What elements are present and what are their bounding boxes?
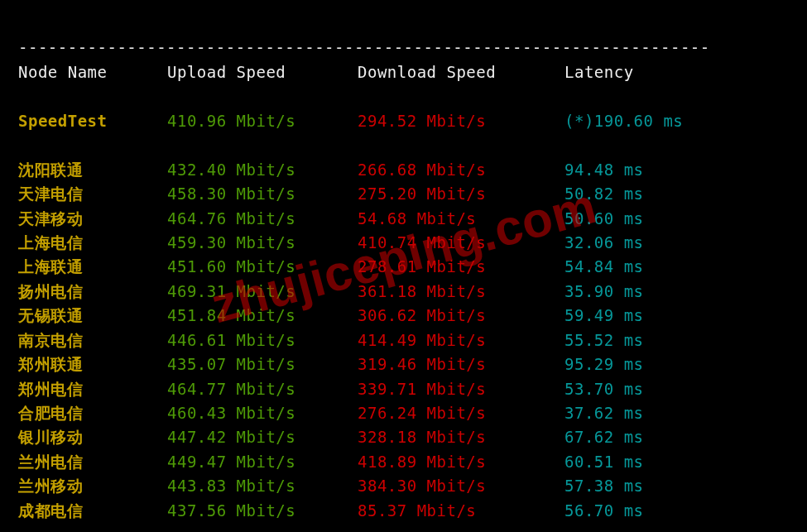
upload-speed: 464.77 Mbit/s	[167, 377, 358, 401]
latency-value: 54.84 ms	[564, 255, 644, 279]
upload-speed: 469.31 Mbit/s	[167, 280, 358, 304]
table-row: 沈阳联通432.40 Mbit/s266.68 Mbit/s94.48 ms	[18, 158, 789, 182]
header-latency: Latency	[564, 60, 634, 84]
node-name: 上海联通	[18, 255, 167, 279]
node-name: 银川移动	[18, 425, 167, 449]
download-speed: 278.61 Mbit/s	[358, 255, 564, 279]
node-rows: 沈阳联通432.40 Mbit/s266.68 Mbit/s94.48 ms天津…	[18, 158, 789, 524]
table-row: 天津电信458.30 Mbit/s275.20 Mbit/s50.82 ms	[18, 182, 789, 206]
terminal-output: ----------------------------------------…	[0, 0, 807, 532]
table-row: 郑州电信464.77 Mbit/s339.71 Mbit/s53.70 ms	[18, 377, 789, 401]
table-row: 兰州移动443.83 Mbit/s384.30 Mbit/s57.38 ms	[18, 474, 789, 498]
upload-speed: 435.07 Mbit/s	[167, 352, 358, 376]
table-row: 上海电信459.30 Mbit/s410.74 Mbit/s32.06 ms	[18, 231, 789, 255]
download-speed: 85.37 Mbit/s	[358, 499, 564, 523]
table-row: 扬州电信469.31 Mbit/s361.18 Mbit/s35.90 ms	[18, 280, 789, 304]
latency-value: 56.70 ms	[564, 499, 644, 523]
table-row: 兰州电信449.47 Mbit/s418.89 Mbit/s60.51 ms	[18, 450, 789, 474]
download-speed: 414.49 Mbit/s	[358, 328, 564, 352]
download-speed: 384.30 Mbit/s	[358, 474, 564, 498]
latency-value: 94.48 ms	[564, 158, 644, 182]
header-upload: Upload Speed	[167, 60, 358, 84]
latency-value: 55.52 ms	[564, 328, 644, 352]
upload-speed: 451.60 Mbit/s	[167, 255, 358, 279]
node-name: 无锡联通	[18, 304, 167, 328]
upload-speed: 437.56 Mbit/s	[167, 499, 358, 523]
divider-top: ----------------------------------------…	[18, 38, 710, 56]
upload-speed: 447.42 Mbit/s	[167, 425, 358, 449]
node-name: 上海电信	[18, 231, 167, 255]
node-name: 兰州移动	[18, 474, 167, 498]
latency-value: 35.90 ms	[564, 280, 644, 304]
download-speed: 275.20 Mbit/s	[358, 182, 564, 206]
node-name: 郑州联通	[18, 352, 167, 376]
latency-value: 50.60 ms	[564, 207, 644, 231]
download-speed: 361.18 Mbit/s	[358, 280, 564, 304]
download-speed: 418.89 Mbit/s	[358, 450, 564, 474]
latency-value: 53.70 ms	[564, 377, 644, 401]
table-row: 无锡联通451.84 Mbit/s306.62 Mbit/s59.49 ms	[18, 304, 789, 328]
table-row: 南京电信446.61 Mbit/s414.49 Mbit/s55.52 ms	[18, 328, 789, 352]
upload-speed: 464.76 Mbit/s	[167, 207, 358, 231]
node-name: 天津移动	[18, 207, 167, 231]
speedtest-row: SpeedTest410.96 Mbit/s294.52 Mbit/s(*)19…	[18, 109, 789, 133]
speedtest-upload: 410.96 Mbit/s	[167, 109, 358, 133]
header-node: Node Name	[18, 60, 167, 84]
upload-speed: 432.40 Mbit/s	[167, 158, 358, 182]
latency-value: 95.29 ms	[564, 352, 644, 376]
latency-value: 60.51 ms	[564, 450, 644, 474]
table-row: 银川移动447.42 Mbit/s328.18 Mbit/s67.62 ms	[18, 425, 789, 449]
upload-speed: 451.84 Mbit/s	[167, 304, 358, 328]
download-speed: 328.18 Mbit/s	[358, 425, 564, 449]
table-row: 合肥电信460.43 Mbit/s276.24 Mbit/s37.62 ms	[18, 401, 789, 425]
header-row: Node NameUpload SpeedDownload SpeedLaten…	[18, 60, 789, 84]
latency-value: 50.82 ms	[564, 182, 644, 206]
node-name: 郑州电信	[18, 377, 167, 401]
upload-speed: 449.47 Mbit/s	[167, 450, 358, 474]
table-row: 天津移动464.76 Mbit/s54.68 Mbit/s50.60 ms	[18, 207, 789, 231]
latency-value: 57.38 ms	[564, 474, 644, 498]
speedtest-name: SpeedTest	[18, 109, 167, 133]
upload-speed: 459.30 Mbit/s	[167, 231, 358, 255]
download-speed: 306.62 Mbit/s	[358, 304, 564, 328]
download-speed: 276.24 Mbit/s	[358, 401, 564, 425]
download-speed: 54.68 Mbit/s	[358, 207, 564, 231]
download-speed: 266.68 Mbit/s	[358, 158, 564, 182]
node-name: 南京电信	[18, 328, 167, 352]
speedtest-download: 294.52 Mbit/s	[358, 109, 564, 133]
node-name: 成都电信	[18, 499, 167, 523]
download-speed: 339.71 Mbit/s	[358, 377, 564, 401]
upload-speed: 460.43 Mbit/s	[167, 401, 358, 425]
node-name: 扬州电信	[18, 280, 167, 304]
table-row: 成都电信437.56 Mbit/s85.37 Mbit/s56.70 ms	[18, 499, 789, 523]
upload-speed: 443.83 Mbit/s	[167, 474, 358, 498]
latency-value: 32.06 ms	[564, 231, 644, 255]
header-download: Download Speed	[358, 60, 564, 84]
node-name: 天津电信	[18, 182, 167, 206]
latency-value: 59.49 ms	[564, 304, 644, 328]
upload-speed: 458.30 Mbit/s	[167, 182, 358, 206]
node-name: 沈阳联通	[18, 158, 167, 182]
download-speed: 410.74 Mbit/s	[358, 231, 564, 255]
latency-value: 37.62 ms	[564, 401, 644, 425]
table-row: 郑州联通435.07 Mbit/s319.46 Mbit/s95.29 ms	[18, 352, 789, 376]
speedtest-latency: (*)190.60 ms	[564, 109, 683, 133]
table-row: 上海联通451.60 Mbit/s278.61 Mbit/s54.84 ms	[18, 255, 789, 279]
upload-speed: 446.61 Mbit/s	[167, 328, 358, 352]
download-speed: 319.46 Mbit/s	[358, 352, 564, 376]
node-name: 合肥电信	[18, 401, 167, 425]
latency-value: 67.62 ms	[564, 425, 644, 449]
node-name: 兰州电信	[18, 450, 167, 474]
